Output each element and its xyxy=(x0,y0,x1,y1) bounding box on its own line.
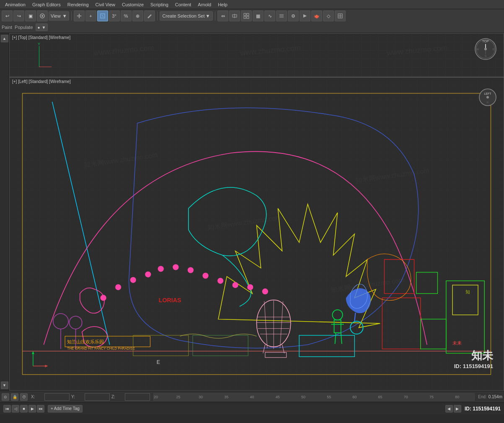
svg-line-7 xyxy=(102,15,103,17)
svg-line-50 xyxy=(263,345,265,353)
timeline-num-50: 50 xyxy=(301,395,305,399)
svg-marker-17 xyxy=(303,14,307,18)
x-input[interactable] xyxy=(44,393,70,401)
svg-rect-21 xyxy=(10,34,504,77)
svg-text:知: 知 xyxy=(465,289,470,294)
top-viewport-label: [+] [Top] [Standard] [Wireframe] xyxy=(12,35,70,40)
svg-rect-81 xyxy=(133,335,189,356)
left-sidebar: ▲ ▼ xyxy=(0,33,9,391)
render-button[interactable] xyxy=(300,10,310,21)
svg-point-73 xyxy=(350,321,363,334)
svg-point-62 xyxy=(69,316,82,329)
y-input[interactable] xyxy=(85,393,110,401)
svg-text:未来: 未来 xyxy=(452,340,462,345)
curve-editor-button[interactable]: ∿ xyxy=(264,10,275,21)
timeline-num-65: 65 xyxy=(378,395,383,399)
playback-controls: ⏮ ◁ ■ ▶ ⏭ xyxy=(3,405,44,413)
svg-line-72 xyxy=(354,313,355,321)
select-button[interactable]: ▣ xyxy=(25,10,36,21)
svg-point-30 xyxy=(484,48,487,50)
left-nav-widget[interactable]: LEFT R xyxy=(478,88,497,107)
map-button[interactable] xyxy=(335,10,346,21)
material-button[interactable]: ◇ xyxy=(323,10,334,21)
sidebar-arrow-down[interactable]: ▼ xyxy=(1,381,8,389)
stop-button[interactable]: ■ xyxy=(20,405,28,413)
menu-civil-view[interactable]: Civil View xyxy=(92,1,119,8)
svg-rect-78 xyxy=(384,260,414,293)
timeline-num-25: 25 xyxy=(176,395,181,399)
timeline-num-40: 40 xyxy=(250,395,254,399)
angle-snap-button[interactable]: 3° xyxy=(109,10,120,21)
array-button[interactable] xyxy=(241,10,252,21)
svg-point-41 xyxy=(173,264,178,270)
menu-scripting[interactable]: Scripting xyxy=(147,1,172,8)
paint-label: Paint xyxy=(2,25,12,30)
menu-arnold[interactable]: Arnold xyxy=(194,1,215,8)
create-selection-button[interactable]: Create Selection Set ▼ xyxy=(160,11,213,21)
spinner-snap-button[interactable]: ⊕ xyxy=(132,10,143,21)
left-viewport[interactable]: [+] [Left] [Standard] [Wireframe] xyxy=(9,77,504,391)
populate-label: Populate xyxy=(15,25,33,30)
next-frame-button[interactable]: ⏭ xyxy=(37,405,44,413)
z-input[interactable] xyxy=(125,393,150,401)
svg-line-71 xyxy=(341,333,342,344)
top-viewport-grid xyxy=(10,34,504,77)
settings-button[interactable]: ⚙ xyxy=(288,10,299,21)
prev-frame-button[interactable]: ⏮ xyxy=(3,405,11,413)
timeline-numbers: 20 25 30 35 40 45 50 55 60 65 70 75 80 xyxy=(154,394,474,400)
svg-point-67 xyxy=(332,310,342,320)
svg-marker-89 xyxy=(32,351,34,354)
redo-button[interactable]: ↪ xyxy=(13,10,24,21)
svg-text:THE GRAND HIT FANCY CHILD PARA: THE GRAND HIT FANCY CHILD PARADISE xyxy=(67,347,135,350)
menu-content[interactable]: Content xyxy=(172,1,195,8)
teapot-button[interactable]: 🫖 xyxy=(311,10,322,21)
sidebar-arrow-up[interactable]: ▲ xyxy=(1,35,8,42)
menu-customize[interactable]: Customize xyxy=(119,1,147,8)
y-coord-label: Y: xyxy=(71,394,83,399)
play-button[interactable]: ▶ xyxy=(28,405,36,413)
menu-help[interactable]: Help xyxy=(215,1,231,8)
mirror-button[interactable]: ⇔ xyxy=(217,10,228,21)
undo-button[interactable]: ↩ xyxy=(2,10,13,21)
groups-button[interactable]: ▦ xyxy=(253,10,264,21)
svg-point-38 xyxy=(130,277,136,283)
menu-animation[interactable]: Animation xyxy=(2,1,29,8)
edit-named-button[interactable] xyxy=(144,10,155,21)
populate-dropdown[interactable]: ● ▼ xyxy=(36,23,48,31)
play-back-button[interactable]: ◁ xyxy=(12,405,19,413)
move-button[interactable] xyxy=(74,10,85,21)
svg-text:E: E xyxy=(157,359,160,365)
menu-rendering[interactable]: Rendering xyxy=(64,1,92,8)
svg-line-59 xyxy=(280,301,283,348)
dope-sheet-button[interactable] xyxy=(276,10,287,21)
menu-graph-editors[interactable]: Graph Editors xyxy=(29,1,64,8)
view-dropdown[interactable]: View ▼ xyxy=(49,11,69,21)
toolbar-wrapper: ↩ ↪ ▣ View ▼ + 3° % ⊕ Create Selection S… xyxy=(0,9,504,33)
top-viewport[interactable]: [+] [Top] [Standard] [Wireframe] www.zhu… xyxy=(9,33,504,77)
lock-controls[interactable]: 🔒 xyxy=(11,393,18,401)
timeline-num-55: 55 xyxy=(327,395,331,399)
timeline-num-30: 30 xyxy=(199,395,203,399)
timeline-num-75: 75 xyxy=(429,395,434,399)
select-active-button[interactable] xyxy=(97,10,108,21)
x-coord-label: X: xyxy=(31,394,43,399)
nav-left[interactable]: ◀ xyxy=(445,405,453,413)
timeline-num-60: 60 xyxy=(352,395,357,399)
select-move-button[interactable]: + xyxy=(85,10,96,21)
svg-point-46 xyxy=(247,284,253,290)
add-time-tag-button[interactable]: + Add Time Tag xyxy=(48,405,83,413)
scene-content: LORIAS xyxy=(10,78,504,390)
svg-point-43 xyxy=(202,272,208,278)
svg-text:W: W xyxy=(476,48,479,51)
main-area: ▲ ▼ [+] [Top] [Standard] [Wireframe] www… xyxy=(0,33,504,391)
nav-right[interactable]: ▶ xyxy=(454,405,461,413)
frame-controls[interactable]: ⊙ xyxy=(2,393,9,401)
compass-widget[interactable]: TOP S W E xyxy=(474,38,497,61)
align-button[interactable] xyxy=(229,10,240,21)
timeline-track[interactable]: 20 25 30 35 40 45 50 55 60 65 70 75 80 xyxy=(153,393,475,401)
view-button[interactable] xyxy=(37,10,48,21)
svg-point-45 xyxy=(233,282,238,288)
svg-line-70 xyxy=(335,333,336,344)
percent-snap-button[interactable]: % xyxy=(121,10,132,21)
time-controls[interactable]: ⏱ xyxy=(20,393,28,401)
